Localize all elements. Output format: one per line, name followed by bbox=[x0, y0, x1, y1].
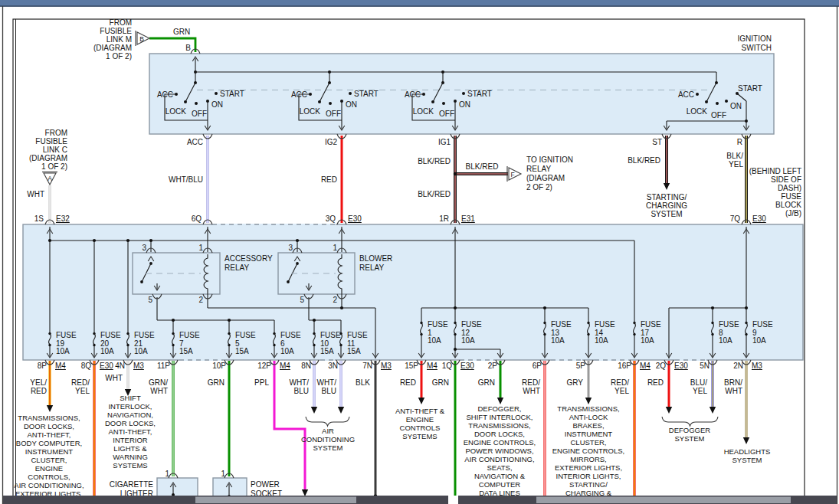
ignition-relay-letter: F bbox=[510, 171, 514, 178]
fuse-word: FUSE bbox=[100, 331, 121, 339]
fuse-block-caption: (BEHIND LEFT bbox=[749, 167, 801, 175]
fuse-word: FUSE bbox=[428, 320, 448, 329]
wire-color: GRY bbox=[567, 378, 584, 387]
wire-color: BLU bbox=[322, 387, 336, 395]
svg-text:DOOR LOCKS,: DOOR LOCKS, bbox=[24, 422, 74, 430]
top-connector-port: 6Q bbox=[192, 214, 202, 223]
wire-label-wht: WHT bbox=[27, 190, 44, 198]
bottom-name: M4 bbox=[427, 362, 438, 370]
fuse-word: FUSE bbox=[56, 331, 77, 339]
svg-text:NAVIGATION,: NAVIGATION, bbox=[107, 411, 153, 419]
link-c-caption: 1 OF 2) bbox=[41, 162, 67, 171]
bottom-port: 5P bbox=[576, 362, 586, 370]
bottom-port: 12P bbox=[257, 362, 271, 370]
bottom-name: M3 bbox=[381, 362, 392, 370]
switch-pos-off: OFF bbox=[439, 110, 454, 118]
svg-text:CONTROLS,: CONTROLS, bbox=[28, 473, 70, 481]
fuse-amp: 10A bbox=[595, 336, 608, 345]
fuse-block-caption: DASH) bbox=[778, 184, 801, 192]
switch-pos-acc: ACC bbox=[678, 90, 694, 99]
wire-color: BLK bbox=[356, 378, 370, 387]
top-connector-name: E30 bbox=[348, 214, 362, 223]
top-connector-port: 1R bbox=[439, 214, 449, 223]
fuse-word: FUSE bbox=[320, 331, 341, 339]
bottom-port: 15P bbox=[405, 362, 418, 370]
wire-color: YEL bbox=[615, 387, 629, 395]
svg-text:WARNING: WARNING bbox=[113, 453, 148, 461]
ac-system-label: CONDITIONING bbox=[301, 435, 355, 443]
switch-pos-lock: LOCK bbox=[166, 107, 187, 116]
fuse-amp: 10A bbox=[752, 336, 766, 345]
scrollbar-thumb-right[interactable] bbox=[536, 497, 791, 504]
scrollbar-thumb-left[interactable] bbox=[195, 497, 356, 504]
bottom-port: 10P bbox=[212, 362, 226, 370]
bottom-name: M4 bbox=[55, 362, 66, 370]
wire-color: YEL/ bbox=[30, 378, 47, 387]
bottom-name: M3 bbox=[752, 362, 762, 370]
fuse-word: FUSE bbox=[551, 320, 572, 329]
link-m-letter: B bbox=[139, 35, 144, 43]
svg-text:SHIFT: SHIFT bbox=[120, 394, 141, 402]
fuse-block-caption: BLOCK bbox=[775, 201, 801, 209]
switch-pos-acc: ACC bbox=[405, 90, 421, 99]
to-ignition-relay-caption: 2 OF 2) bbox=[526, 183, 552, 191]
svg-text:ENGINE: ENGINE bbox=[35, 464, 63, 473]
relay-pin: 1 bbox=[198, 244, 203, 252]
fuse-amp: 15A bbox=[235, 347, 249, 355]
fuse-block-caption: (J/B) bbox=[785, 209, 801, 218]
defogger-brace bbox=[662, 417, 718, 426]
svg-text:ENGINE CONTROLS,: ENGINE CONTROLS, bbox=[552, 447, 625, 455]
svg-text:NAVIGATION &: NAVIGATION & bbox=[474, 472, 526, 480]
fuse-amp: 10A bbox=[428, 336, 441, 345]
terminal-b: B bbox=[185, 44, 191, 52]
svg-text:BODY COMPUTER,: BODY COMPUTER, bbox=[16, 439, 82, 447]
wire-label-blkyel: BLK/ bbox=[726, 152, 743, 160]
fuse-amp: 15A bbox=[179, 347, 193, 355]
svg-text:CLUSTER,: CLUSTER, bbox=[571, 438, 607, 447]
svg-text:INSTRUMENT: INSTRUMENT bbox=[565, 430, 612, 438]
relay-pin: 3 bbox=[142, 244, 146, 252]
svg-text:DOOR LOCKS,: DOOR LOCKS, bbox=[105, 419, 156, 427]
svg-text:ANTI-LOCK: ANTI-LOCK bbox=[569, 413, 608, 421]
fuse-word: FUSE bbox=[179, 331, 200, 339]
fuse-word: FUSE bbox=[461, 320, 482, 329]
relay-pin: 5 bbox=[300, 296, 304, 304]
link-m-caption: 1 OF 2) bbox=[106, 52, 132, 61]
switch-pos-start: START bbox=[220, 90, 244, 98]
bottom-port: 6P bbox=[533, 362, 542, 370]
terminal-ig1: IG1 bbox=[438, 138, 451, 146]
bottom-port: 4N bbox=[115, 362, 125, 370]
svg-text:TRANSMISSIONS,: TRANSMISSIONS, bbox=[557, 404, 619, 413]
wire-color: WHT bbox=[105, 374, 123, 382]
bottom-port: 11P bbox=[157, 362, 170, 370]
wire-color: RED bbox=[647, 378, 664, 387]
switch-pos-acc: ACC bbox=[157, 90, 173, 99]
bottom-port: 7N bbox=[362, 362, 372, 370]
wire-label-blkred: BLK/RED bbox=[418, 157, 451, 165]
cigarette-lighter-label: CIGARETTE bbox=[110, 480, 154, 489]
bottom-port: 8N bbox=[301, 362, 311, 370]
pane-splitter[interactable] bbox=[448, 496, 458, 504]
wiring-diagram: ACC START LOCK OFF ON ACC START LOCK OFF… bbox=[0, 0, 839, 504]
to-ignition-relay-caption: (DIAGRAM bbox=[526, 174, 565, 182]
dest-transmissions-1: TRANSMISSIONS, DOOR LOCKS, ANTI-THEFT, B… bbox=[14, 414, 84, 498]
wire-color: WHT bbox=[150, 387, 168, 395]
bottom-port: 2P bbox=[488, 362, 498, 370]
svg-text:EXTERIOR LIGHTS,: EXTERIOR LIGHTS, bbox=[555, 463, 622, 472]
svg-text:CONTROLS: CONTROLS bbox=[400, 424, 441, 432]
fuse-amp: 10A bbox=[719, 336, 732, 345]
wire-label-whtblu: WHT/BLU bbox=[169, 175, 203, 184]
starting-charging-caption: SYSTEM bbox=[651, 210, 682, 218]
svg-text:DEFOGGER,: DEFOGGER, bbox=[477, 404, 521, 413]
switch-pos-lock: LOCK bbox=[300, 107, 321, 116]
wire-color: PPL bbox=[254, 378, 269, 387]
horizontal-scrollbar[interactable] bbox=[3, 496, 837, 504]
switch-pos-acc: ACC bbox=[291, 90, 307, 99]
svg-text:CLUSTER,: CLUSTER, bbox=[31, 456, 67, 464]
wire-color: GRN bbox=[478, 378, 495, 387]
headlights-system-label: SYSTEM bbox=[732, 456, 762, 464]
wire-color: RED/ bbox=[71, 378, 90, 387]
switch-pos-off: OFF bbox=[326, 110, 341, 118]
terminal-acc: ACC bbox=[187, 138, 203, 146]
fuse-amp: 10A bbox=[56, 347, 70, 355]
